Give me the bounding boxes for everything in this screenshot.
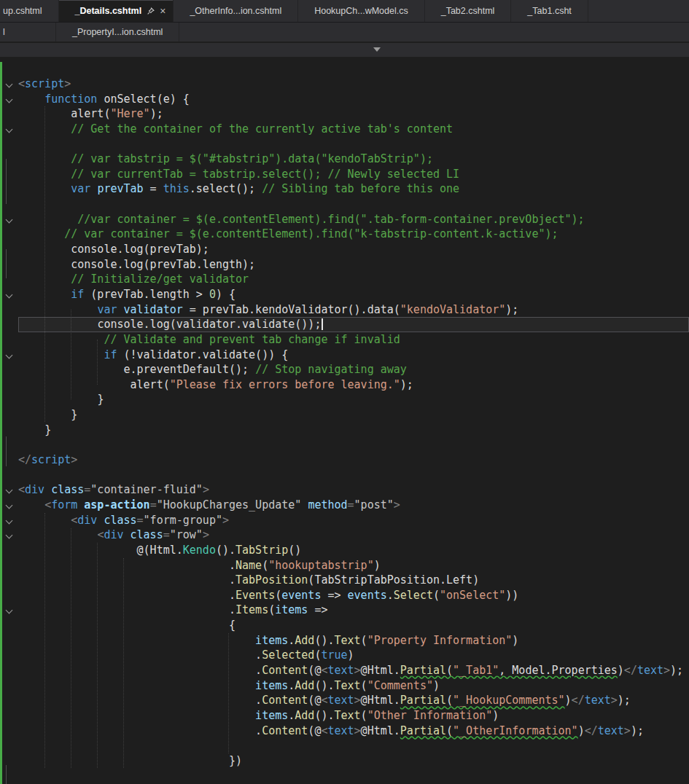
fold-chevron-icon[interactable] <box>6 95 13 103</box>
fold-chevron-icon[interactable] <box>6 351 13 358</box>
code-text: items.Add().Text("Comments") <box>18 679 440 692</box>
code-line[interactable]: .Content(@<text>@Html.Partial("_Tab1", M… <box>18 663 689 678</box>
code-line[interactable]: <form asp-action="HookupCharges_Update" … <box>18 498 689 513</box>
fold-chevron-icon[interactable] <box>6 81 13 88</box>
editor-dropdown-strip <box>0 42 689 57</box>
code-line[interactable]: items.Add().Text("Property Information") <box>18 633 689 648</box>
fold-chevron-icon[interactable] <box>6 501 13 509</box>
code-text: console.log(prevTab); <box>18 243 209 256</box>
tab--tab1-csht[interactable]: _Tab1.csht <box>511 0 588 22</box>
tab-label: _Tab2.cshtml <box>441 6 495 16</box>
tab--details-cshtml[interactable]: _Details.cshtml× <box>59 0 174 22</box>
code-line[interactable]: } <box>18 392 689 407</box>
code-text: console.log(validator.validate()); <box>18 318 323 331</box>
code-text: // Initialize/get validator <box>18 273 249 286</box>
code-line[interactable]: <script> <box>18 77 689 92</box>
code-line[interactable]: </script> <box>18 452 689 468</box>
code-text: // var container = $(e.contentElement).f… <box>18 227 558 240</box>
code-line[interactable]: function onSelect(e) { <box>18 92 689 107</box>
code-line[interactable]: .Content(@<text>@Html.Partial("_HookupCo… <box>18 693 689 708</box>
code-line[interactable] <box>18 137 689 152</box>
tab-row-2: l_PropertyI...ion.cshtml <box>0 22 689 42</box>
code-line[interactable]: .Items(items => <box>18 603 689 618</box>
code-line[interactable]: // var tabstrip = $("#tabstrip").data("k… <box>18 152 689 167</box>
close-icon[interactable]: × <box>160 6 166 16</box>
code-line[interactable]: e.preventDefault(); // Stop navigating a… <box>18 362 689 377</box>
code-text: items.Add().Text("Other Information") <box>18 709 499 722</box>
code-line[interactable] <box>18 437 689 452</box>
code-text: .Content(@<text>@Html.Partial("_Tab1", M… <box>18 664 683 677</box>
code-line[interactable]: alert("Here"); <box>18 106 689 122</box>
tab-label: l <box>3 27 5 37</box>
code-line[interactable] <box>18 197 689 212</box>
code-line[interactable]: if (prevTab.length > 0) { <box>18 287 689 302</box>
code-line[interactable]: @(Html.Kendo().TabStrip() <box>18 543 689 558</box>
tab--propertyi-ion-cshtml[interactable]: _PropertyI...ion.cshtml <box>56 23 179 42</box>
code-line[interactable]: { <box>18 618 689 633</box>
code-line[interactable]: <div class="container-fluid"> <box>18 482 689 498</box>
code-line[interactable]: console.log(validator.validate()); <box>18 317 689 332</box>
code-line[interactable]: if (!validator.validate()) { <box>18 348 689 363</box>
fold-chevron-icon[interactable] <box>6 607 13 614</box>
fold-chevron-icon[interactable] <box>6 125 13 133</box>
code-text: // Get the container of the currently ac… <box>18 122 453 136</box>
code-line[interactable]: .Selected(true) <box>18 648 689 663</box>
code-line[interactable]: } <box>18 407 689 423</box>
change-tracking-bar <box>0 62 2 784</box>
editor: <script> function onSelect(e) { alert("H… <box>0 57 689 784</box>
code-line[interactable] <box>18 468 689 483</box>
code-line[interactable]: .TabPosition(TabStripTabPosition.Left) <box>18 573 689 588</box>
code-line[interactable]: alert("Please fix errors before leaving.… <box>18 377 689 393</box>
code-text: }) <box>18 754 242 767</box>
code-line[interactable]: // var container = $(e.contentElement).f… <box>18 227 689 242</box>
code-line[interactable]: .Content(@<text>@Html.Partial("_OtherInf… <box>18 724 689 739</box>
code-text: .Selected(true) <box>18 648 354 662</box>
code-text: alert("Here"); <box>18 107 163 120</box>
fold-chevron-icon[interactable] <box>6 532 13 539</box>
code-line[interactable]: .Events(events => events.Select("onSelec… <box>18 588 689 603</box>
code-line[interactable]: items.Add().Text("Other Information") <box>18 708 689 724</box>
tab-hookupch-wmodel-cs[interactable]: HookupCh...wModel.cs <box>298 0 425 22</box>
tab-label: _PropertyI...ion.cshtml <box>72 27 163 37</box>
code-text: e.preventDefault(); // Stop navigating a… <box>18 363 407 376</box>
code-text: <div class="row"> <box>18 528 209 541</box>
code-line[interactable]: <div class="form-group"> <box>18 513 689 528</box>
fold-chevron-icon[interactable] <box>6 517 13 524</box>
pin-icon[interactable] <box>147 7 155 15</box>
code-line[interactable]: //var container = $(e.contentElement).fi… <box>18 212 689 227</box>
code-line[interactable]: console.log(prevTab); <box>18 242 689 257</box>
code-line[interactable]: } <box>18 423 689 438</box>
code-line[interactable]: console.log(prevTab.length); <box>18 257 689 273</box>
code-line[interactable]: <div class="row"> <box>18 528 689 543</box>
code-text: <script> <box>18 77 71 90</box>
code-line[interactable]: .Name("hookuptabstrip") <box>18 558 689 573</box>
code-text: { <box>18 619 235 632</box>
code-text: var prevTab = this.select(); // Sibling … <box>18 182 459 195</box>
tab--tab2-cshtml[interactable]: _Tab2.cshtml <box>425 0 512 22</box>
code-line[interactable]: var validator = prevTab.kendoValidator()… <box>18 302 689 318</box>
fold-chevron-icon[interactable] <box>6 487 13 494</box>
code-text: var validator = prevTab.kendoValidator()… <box>18 303 518 316</box>
code-text: function onSelect(e) { <box>18 93 190 106</box>
code-line[interactable] <box>18 738 689 753</box>
code-text: } <box>18 408 77 421</box>
code-text: //var container = $(e.contentElement).fi… <box>18 213 585 226</box>
code-text: if (prevTab.length > 0) { <box>18 288 235 301</box>
code-line[interactable]: var prevTab = this.select(); // Sibling … <box>18 181 689 197</box>
tab-label: HookupCh...wModel.cs <box>314 6 408 16</box>
code-line[interactable]: }) <box>18 753 689 769</box>
fold-chevron-icon[interactable] <box>6 216 13 223</box>
tab-up-cshtml[interactable]: up.cshtml <box>0 0 59 22</box>
fold-chevron-icon[interactable] <box>6 291 13 299</box>
code-text: items.Add().Text("Property Information") <box>18 634 518 647</box>
code-text: .Name("hookuptabstrip") <box>18 559 381 572</box>
code-line[interactable]: // var currentTab = tabstrip.select(); /… <box>18 167 689 182</box>
tab--otherinfo-ion-cshtml[interactable]: _OtherInfo...ion.cshtml <box>174 0 298 22</box>
tab-l[interactable]: l <box>0 23 56 42</box>
code-lines: <script> function onSelect(e) { alert("H… <box>0 77 689 768</box>
chevron-down-icon[interactable] <box>373 47 381 52</box>
code-line[interactable]: // Initialize/get validator <box>18 272 689 287</box>
code-line[interactable]: // Get the container of the currently ac… <box>18 122 689 137</box>
code-line[interactable]: items.Add().Text("Comments") <box>18 678 689 694</box>
code-line[interactable]: // Validate and prevent tab change if in… <box>18 332 689 348</box>
